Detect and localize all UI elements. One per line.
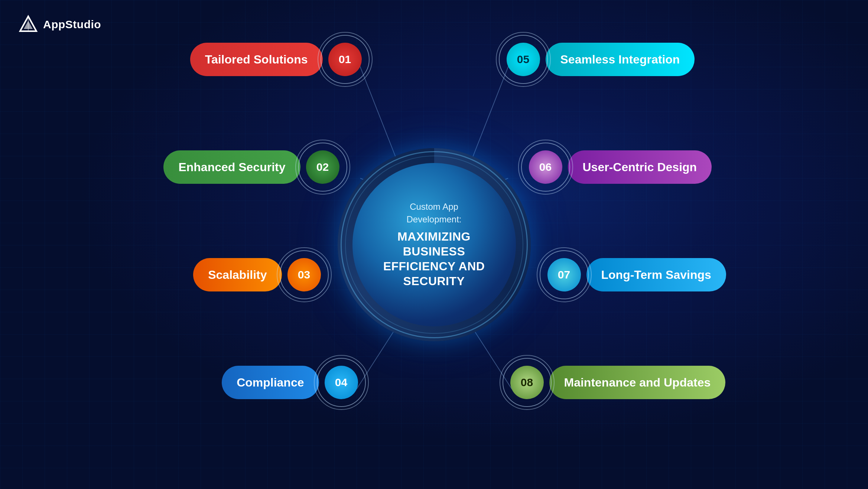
pill-04: Compliance	[222, 366, 319, 399]
logo: AppStudio	[19, 15, 101, 34]
item-compliance: Compliance 04	[222, 360, 363, 405]
node-06: 06	[523, 145, 568, 189]
pill-label-02: Enhanced Security	[178, 160, 285, 174]
center-circle: Custom AppDevelopment: MAXIMIZINGBUSINES…	[338, 148, 531, 341]
center-title: MAXIMIZINGBUSINESSEFFICIENCY ANDSECURITY	[383, 229, 485, 288]
pill-label-07: Long-Term Savings	[601, 268, 711, 282]
pill-01: Tailored Solutions	[190, 43, 323, 76]
item-long-term-savings: 07 Long-Term Savings	[542, 252, 726, 297]
node-07: 07	[542, 252, 586, 297]
node-08: 08	[505, 360, 549, 405]
pill-label-04: Compliance	[237, 376, 304, 389]
pill-label-08: Maintenance and Updates	[564, 376, 711, 389]
pill-label-01: Tailored Solutions	[205, 53, 308, 66]
pill-06: User-Centric Design	[568, 150, 712, 184]
center-circle-outer: Custom AppDevelopment: MAXIMIZINGBUSINES…	[338, 148, 531, 341]
pill-label-06: User-Centric Design	[583, 160, 697, 174]
item-enhanced-security: Enhanced Security 02	[163, 145, 345, 189]
item-maintenance-updates: 08 Maintenance and Updates	[505, 360, 726, 405]
pill-03: Scalability	[193, 258, 282, 291]
pill-07: Long-Term Savings	[586, 258, 726, 291]
logo-text: AppStudio	[43, 18, 101, 31]
center-circle-inner: Custom AppDevelopment: MAXIMIZINGBUSINES…	[352, 163, 516, 326]
item-seamless-integration: 05 Seamless Integration	[501, 37, 695, 82]
node-03: 03	[282, 252, 326, 297]
item-user-centric-design: 06 User-Centric Design	[523, 145, 712, 189]
node-01: 01	[323, 37, 367, 82]
node-05: 05	[501, 37, 546, 82]
item-tailored-solutions: Tailored Solutions 01	[190, 37, 367, 82]
pill-08: Maintenance and Updates	[549, 366, 726, 399]
item-scalability: Scalability 03	[193, 252, 326, 297]
center-subtitle: Custom AppDevelopment:	[406, 201, 461, 225]
node-04: 04	[319, 360, 364, 405]
appstudio-logo-icon	[19, 15, 38, 34]
pill-label-03: Scalability	[208, 268, 267, 282]
node-02: 02	[300, 145, 345, 189]
pill-02: Enhanced Security	[163, 150, 300, 184]
pill-05: Seamless Integration	[546, 43, 695, 76]
pill-label-05: Seamless Integration	[560, 53, 680, 66]
